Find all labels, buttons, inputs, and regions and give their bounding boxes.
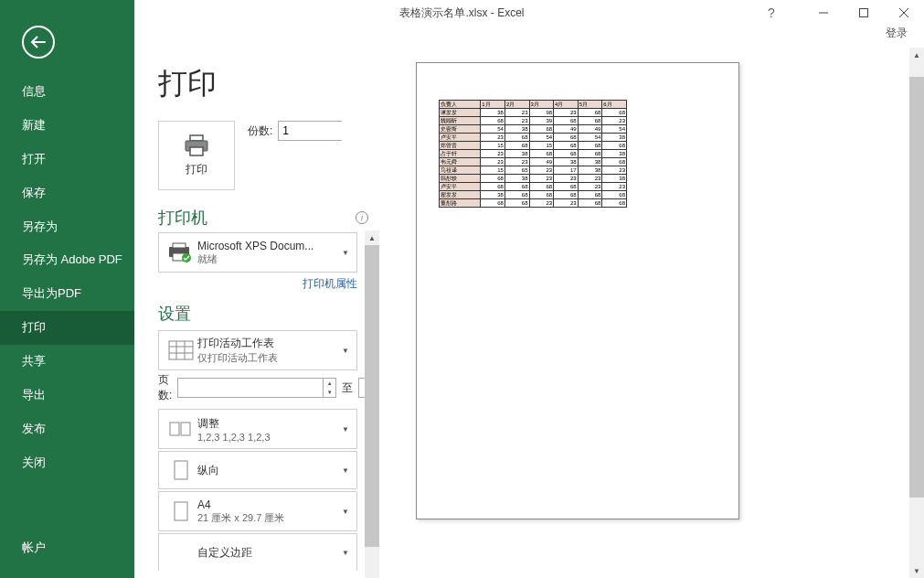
chevron-down-icon: ▼ <box>340 347 351 355</box>
sidebar-item[interactable]: 关闭 <box>0 446 134 480</box>
collate-sub: 1,2,3 1,2,3 1,2,3 <box>197 432 340 443</box>
copies-input[interactable] <box>279 122 379 140</box>
printer-select[interactable]: Microsoft XPS Docum... 就绪 ▼ <box>158 232 357 273</box>
scroll-up-icon[interactable]: ▲ <box>909 48 924 62</box>
window-title: 表格演示名单.xlsx - Excel <box>399 5 524 21</box>
options-scrollbar[interactable]: ▲ <box>365 230 379 578</box>
print-area-sub: 仅打印活动工作表 <box>197 351 340 365</box>
orientation-title: 纵向 <box>197 463 340 478</box>
print-preview-panel: 负责人1月2月3月4月5月6月谭发发382398236868魏顾昕6823396… <box>379 48 924 578</box>
copies-label: 份数: <box>248 123 272 139</box>
margins-title: 自定义边距 <box>197 545 340 561</box>
backstage-sidebar: 信息新建打开保存另存为另存为 Adobe PDF导出为PDF打印共享导出发布关闭… <box>0 0 134 578</box>
svg-rect-18 <box>181 423 190 435</box>
sidebar-item[interactable]: 另存为 <box>0 210 134 244</box>
titlebar-controls: ? <box>758 0 924 26</box>
settings-section-title: 设置 <box>158 303 372 325</box>
svg-rect-19 <box>175 461 187 479</box>
svg-point-7 <box>203 143 205 144</box>
print-area-title: 打印活动工作表 <box>197 336 340 351</box>
pages-label: 页数: <box>158 372 172 403</box>
svg-rect-6 <box>190 147 203 155</box>
sidebar-item[interactable]: 新建 <box>0 109 134 143</box>
maximize-button[interactable] <box>844 0 884 26</box>
preview-scrollbar[interactable]: ▲ ▼ <box>909 48 924 578</box>
sidebar-item[interactable]: 打印 <box>0 311 134 345</box>
help-icon[interactable]: ? <box>758 5 785 20</box>
sidebar-item[interactable]: 导出为PDF <box>0 277 134 311</box>
print-options-panel: 打印 打印 份数: ▲ ▼ <box>134 48 379 578</box>
pages-to-label: 至 <box>342 380 353 396</box>
copies-spinner[interactable]: ▲ ▼ <box>278 121 342 141</box>
info-icon[interactable]: i <box>356 211 368 224</box>
back-button[interactable] <box>22 26 55 59</box>
paper-size-select[interactable]: A4 21 厘米 x 29.7 厘米 ▼ <box>158 491 357 531</box>
scroll-down-icon[interactable]: ▼ <box>909 563 924 578</box>
svg-rect-1 <box>860 9 868 17</box>
printer-status-icon <box>165 238 197 267</box>
orientation-select[interactable]: 纵向 ▼ <box>158 451 357 489</box>
print-button[interactable]: 打印 <box>158 121 235 190</box>
page-title: 打印 <box>158 64 372 104</box>
worksheet-icon <box>165 336 197 365</box>
chevron-down-icon: ▼ <box>340 549 351 557</box>
margins-icon <box>165 538 197 567</box>
page-preview: 负责人1月2月3月4月5月6月谭发发382398236868魏顾昕6823396… <box>416 62 739 519</box>
sidebar-item[interactable]: 另存为 Adobe PDF <box>0 243 134 277</box>
svg-rect-4 <box>190 135 203 141</box>
collate-select[interactable]: 调整 1,2,3 1,2,3 1,2,3 ▼ <box>158 409 357 449</box>
svg-rect-9 <box>173 243 186 248</box>
sidebar-item[interactable]: 共享 <box>0 345 134 379</box>
close-button[interactable] <box>884 0 924 26</box>
svg-rect-12 <box>169 341 193 359</box>
chevron-down-icon: ▼ <box>340 249 351 257</box>
collate-title: 调整 <box>197 416 340 432</box>
pages-from-input[interactable]: ▲▼ <box>177 378 336 398</box>
titlebar: 表格演示名单.xlsx - Excel ? <box>0 0 924 26</box>
printer-properties-link[interactable]: 打印机属性 <box>158 276 357 292</box>
printer-name: Microsoft XPS Docum... <box>197 240 340 252</box>
print-button-label: 打印 <box>186 162 207 177</box>
scroll-up-icon[interactable]: ▲ <box>365 230 379 245</box>
paper-icon <box>165 497 197 526</box>
printer-icon <box>184 134 209 156</box>
collate-icon <box>165 414 197 444</box>
sidebar-item[interactable]: 信息 <box>0 75 134 109</box>
sidebar-item[interactable]: 发布 <box>0 412 134 446</box>
minimize-button[interactable] <box>803 0 844 26</box>
paper-title: A4 <box>197 498 340 511</box>
print-area-select[interactable]: 打印活动工作表 仅打印活动工作表 ▼ <box>158 330 357 370</box>
paper-sub: 21 厘米 x 29.7 厘米 <box>197 511 340 525</box>
portrait-icon <box>165 455 197 485</box>
preview-table: 负责人1月2月3月4月5月6月谭发发382398236868魏顾昕6823396… <box>439 100 627 208</box>
sidebar-item-account[interactable]: 帐户 <box>0 531 134 565</box>
chevron-down-icon: ▼ <box>340 425 351 434</box>
chevron-down-icon: ▼ <box>340 508 351 516</box>
svg-rect-20 <box>175 502 187 520</box>
sidebar-item[interactable]: 保存 <box>0 177 134 210</box>
printer-status: 就绪 <box>197 252 340 266</box>
sidebar-item[interactable]: 导出 <box>0 379 134 412</box>
svg-rect-17 <box>170 423 179 435</box>
margins-select[interactable]: 自定义边距 ▼ <box>158 533 357 571</box>
printer-section-title: 打印机 <box>158 207 207 229</box>
chevron-down-icon: ▼ <box>340 466 351 475</box>
login-link[interactable]: 登录 <box>0 26 924 48</box>
sidebar-item[interactable]: 打开 <box>0 143 134 177</box>
